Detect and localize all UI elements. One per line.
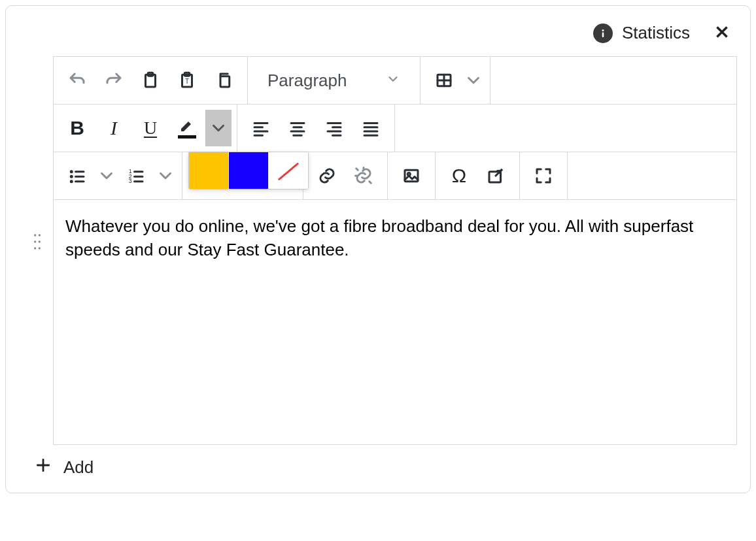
special-char-button[interactable]: Ω xyxy=(441,157,477,194)
align-justify-button[interactable] xyxy=(352,110,389,146)
italic-icon: I xyxy=(111,117,117,139)
svg-point-7 xyxy=(39,247,41,249)
svg-text:T: T xyxy=(185,78,189,85)
editor-content[interactable]: Whatever you do online, we've got a fibr… xyxy=(54,200,736,444)
copy-button[interactable] xyxy=(205,62,242,99)
panel-header: Statistics xyxy=(19,19,737,56)
bullet-list-button[interactable] xyxy=(59,157,95,194)
numbered-list-menu[interactable] xyxy=(154,157,177,194)
embed-button[interactable] xyxy=(477,157,514,194)
highlight-color-popover xyxy=(188,152,309,189)
svg-text:3: 3 xyxy=(129,178,132,184)
table-menu-button[interactable] xyxy=(462,62,485,99)
svg-point-2 xyxy=(34,234,36,236)
image-button[interactable] xyxy=(393,157,430,194)
numbered-list-button[interactable]: 123 xyxy=(118,157,154,194)
color-swatch-blue[interactable] xyxy=(229,152,269,189)
svg-point-4 xyxy=(34,240,36,242)
bullet-list-menu[interactable] xyxy=(95,157,118,194)
chevron-down-icon xyxy=(386,71,400,91)
link-button[interactable] xyxy=(309,157,345,194)
svg-point-6 xyxy=(34,247,36,249)
editor-panel: Statistics T Paragraph xyxy=(5,5,751,493)
align-right-button[interactable] xyxy=(316,110,352,146)
statistics-label: Statistics xyxy=(622,23,690,43)
highlight-button[interactable] xyxy=(169,110,205,146)
paragraph-text: Whatever you do online, we've got a fibr… xyxy=(65,216,693,259)
omega-icon: Ω xyxy=(452,165,466,187)
svg-point-3 xyxy=(39,234,41,236)
bold-button[interactable]: B xyxy=(59,110,95,146)
paste-button[interactable] xyxy=(132,62,169,99)
svg-point-15 xyxy=(70,170,73,173)
info-icon xyxy=(593,24,613,43)
undo-button[interactable] xyxy=(59,62,95,99)
svg-point-5 xyxy=(39,240,41,242)
highlight-menu-button[interactable] xyxy=(205,110,232,146)
underline-icon: U xyxy=(144,118,157,139)
unlink-button[interactable] xyxy=(345,157,382,194)
underline-button[interactable]: U xyxy=(132,110,169,146)
close-button[interactable] xyxy=(713,24,730,43)
block-format-value: Paragraph xyxy=(267,71,347,91)
svg-point-0 xyxy=(602,29,604,31)
fullscreen-button[interactable] xyxy=(525,157,562,194)
align-center-button[interactable] xyxy=(279,110,316,146)
add-block-button[interactable]: Add xyxy=(19,445,737,484)
drag-handle[interactable] xyxy=(28,56,46,252)
svg-point-16 xyxy=(70,175,73,178)
toolbar-row-2: B I U xyxy=(54,105,736,152)
svg-point-17 xyxy=(70,180,73,183)
color-swatch-yellow[interactable] xyxy=(189,152,229,189)
svg-rect-1 xyxy=(602,32,604,37)
rich-text-editor: T Paragraph B I xyxy=(53,56,737,445)
bold-icon: B xyxy=(70,117,84,139)
add-label: Add xyxy=(63,457,94,478)
align-left-button[interactable] xyxy=(243,110,279,146)
redo-button[interactable] xyxy=(95,62,132,99)
toolbar-row-1: T Paragraph xyxy=(54,57,736,105)
table-button[interactable] xyxy=(426,62,462,99)
paste-text-button[interactable]: T xyxy=(169,62,205,99)
svg-rect-21 xyxy=(405,170,418,182)
plus-icon xyxy=(35,457,52,478)
toolbar-row-3: 123 ✕ Ω xyxy=(54,152,736,200)
italic-button[interactable]: I xyxy=(95,110,132,146)
block-format-select[interactable]: Paragraph xyxy=(253,71,415,91)
statistics-link[interactable]: Statistics xyxy=(593,23,690,43)
color-swatch-none[interactable] xyxy=(269,152,308,189)
svg-rect-13 xyxy=(220,76,230,87)
highlight-underline xyxy=(178,135,196,139)
